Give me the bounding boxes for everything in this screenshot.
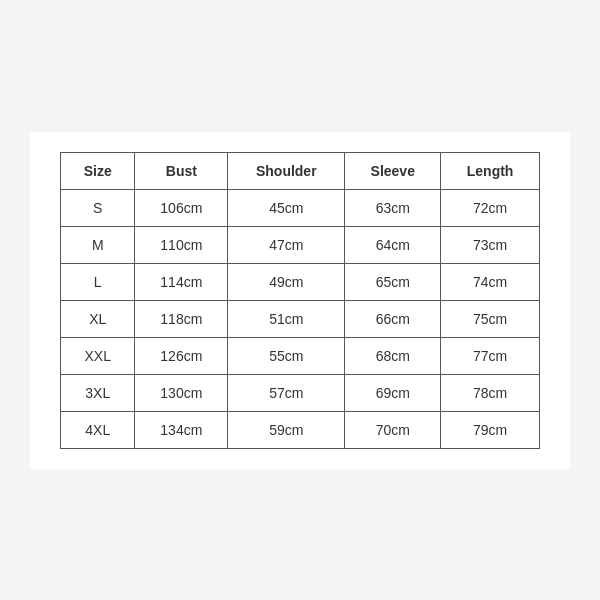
table-cell: 64cm (345, 226, 441, 263)
size-chart-container: Size Bust Shoulder Sleeve Length S106cm4… (30, 132, 570, 469)
table-cell: 66cm (345, 300, 441, 337)
table-cell: 51cm (228, 300, 345, 337)
table-cell: 3XL (61, 374, 135, 411)
table-cell: 55cm (228, 337, 345, 374)
header-bust: Bust (135, 152, 228, 189)
table-cell: XL (61, 300, 135, 337)
table-row: M110cm47cm64cm73cm (61, 226, 540, 263)
table-cell: 70cm (345, 411, 441, 448)
table-cell: S (61, 189, 135, 226)
table-cell: 69cm (345, 374, 441, 411)
table-cell: 114cm (135, 263, 228, 300)
table-cell: 106cm (135, 189, 228, 226)
table-cell: 72cm (441, 189, 540, 226)
table-row: XXL126cm55cm68cm77cm (61, 337, 540, 374)
table-cell: L (61, 263, 135, 300)
table-cell: 118cm (135, 300, 228, 337)
header-sleeve: Sleeve (345, 152, 441, 189)
table-cell: 79cm (441, 411, 540, 448)
table-cell: 49cm (228, 263, 345, 300)
table-cell: 57cm (228, 374, 345, 411)
table-cell: 126cm (135, 337, 228, 374)
table-cell: 74cm (441, 263, 540, 300)
table-cell: 78cm (441, 374, 540, 411)
table-row: XL118cm51cm66cm75cm (61, 300, 540, 337)
table-cell: 45cm (228, 189, 345, 226)
table-cell: XXL (61, 337, 135, 374)
header-length: Length (441, 152, 540, 189)
table-row: S106cm45cm63cm72cm (61, 189, 540, 226)
header-shoulder: Shoulder (228, 152, 345, 189)
table-cell: 47cm (228, 226, 345, 263)
table-cell: M (61, 226, 135, 263)
table-cell: 134cm (135, 411, 228, 448)
size-chart-table: Size Bust Shoulder Sleeve Length S106cm4… (60, 152, 540, 449)
table-cell: 130cm (135, 374, 228, 411)
table-header-row: Size Bust Shoulder Sleeve Length (61, 152, 540, 189)
table-row: 3XL130cm57cm69cm78cm (61, 374, 540, 411)
table-cell: 4XL (61, 411, 135, 448)
table-cell: 75cm (441, 300, 540, 337)
table-cell: 110cm (135, 226, 228, 263)
table-row: 4XL134cm59cm70cm79cm (61, 411, 540, 448)
table-cell: 68cm (345, 337, 441, 374)
table-cell: 59cm (228, 411, 345, 448)
table-cell: 63cm (345, 189, 441, 226)
table-row: L114cm49cm65cm74cm (61, 263, 540, 300)
table-body: S106cm45cm63cm72cmM110cm47cm64cm73cmL114… (61, 189, 540, 448)
table-cell: 77cm (441, 337, 540, 374)
header-size: Size (61, 152, 135, 189)
table-cell: 73cm (441, 226, 540, 263)
table-cell: 65cm (345, 263, 441, 300)
